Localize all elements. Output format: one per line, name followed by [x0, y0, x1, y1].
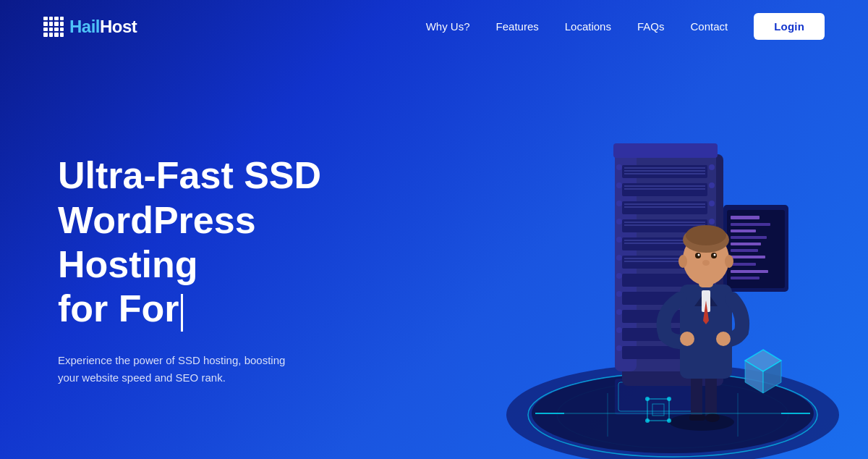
nav-link-contact[interactable]: Contact	[690, 20, 728, 33]
svg-point-88	[716, 332, 731, 346]
svg-rect-69	[731, 270, 768, 273]
svg-point-44	[616, 291, 622, 297]
svg-rect-14	[622, 183, 707, 196]
nav-link-why-us[interactable]: Why Us?	[426, 20, 470, 33]
svg-point-80	[705, 413, 720, 422]
text-cursor	[181, 294, 183, 332]
nav-link-features[interactable]: Features	[496, 20, 539, 33]
svg-rect-63	[731, 230, 756, 232]
logo-grid-icon	[43, 17, 64, 37]
svg-point-50	[709, 201, 715, 206]
svg-rect-65	[731, 243, 761, 245]
site-header: HailHost Why Us? Features Locations FAQs…	[0, 0, 868, 53]
svg-point-95	[698, 254, 700, 256]
logo-text: HailHost	[69, 17, 137, 37]
logo[interactable]: HailHost	[43, 17, 137, 37]
logo-blue: Hail	[69, 17, 100, 36]
hero-text-block: Ultra-Fast SSD WordPress Hosting for For…	[58, 153, 405, 386]
hero-illustration	[391, 60, 839, 459]
svg-point-45	[616, 309, 622, 315]
svg-point-39	[616, 201, 622, 206]
svg-point-42	[616, 255, 622, 261]
svg-rect-67	[731, 256, 765, 258]
svg-point-87	[680, 332, 694, 346]
login-button[interactable]: Login	[754, 13, 825, 40]
nav-link-locations[interactable]: Locations	[565, 20, 611, 33]
svg-point-41	[616, 237, 622, 243]
svg-rect-15	[622, 201, 707, 214]
svg-rect-64	[731, 236, 767, 239]
svg-point-99	[702, 260, 710, 266]
svg-point-92	[686, 225, 726, 245]
logo-white: Host	[100, 17, 137, 36]
svg-point-38	[616, 182, 622, 188]
svg-point-40	[616, 219, 622, 224]
svg-point-49	[709, 182, 715, 188]
svg-point-106	[667, 397, 671, 401]
svg-point-47	[616, 345, 622, 351]
svg-point-46	[616, 327, 622, 333]
svg-point-96	[714, 254, 716, 256]
svg-point-98	[725, 255, 733, 268]
server-svg	[391, 60, 839, 459]
svg-rect-62	[731, 223, 770, 226]
svg-point-43	[616, 273, 622, 279]
svg-rect-61	[731, 216, 760, 219]
nav-link-faqs[interactable]: FAQs	[637, 20, 665, 33]
svg-point-107	[645, 418, 650, 423]
hero-title: Ultra-Fast SSD WordPress Hosting for For	[58, 153, 405, 331]
hero-subtitle: Experience the power of SSD hosting, boo…	[58, 352, 304, 387]
svg-rect-13	[622, 165, 707, 178]
svg-point-97	[678, 255, 687, 268]
svg-point-48	[709, 164, 715, 170]
hero-section: Ultra-Fast SSD WordPress Hosting for For…	[0, 53, 868, 458]
svg-rect-12	[613, 143, 718, 158]
svg-point-37	[616, 164, 622, 170]
svg-point-51	[709, 219, 715, 224]
svg-rect-68	[731, 263, 756, 266]
svg-rect-81	[689, 415, 705, 421]
svg-rect-66	[731, 249, 758, 252]
svg-point-105	[645, 397, 650, 401]
svg-point-108	[667, 418, 671, 423]
svg-rect-70	[731, 277, 760, 279]
main-nav: Why Us? Features Locations FAQs Contact …	[426, 13, 825, 40]
